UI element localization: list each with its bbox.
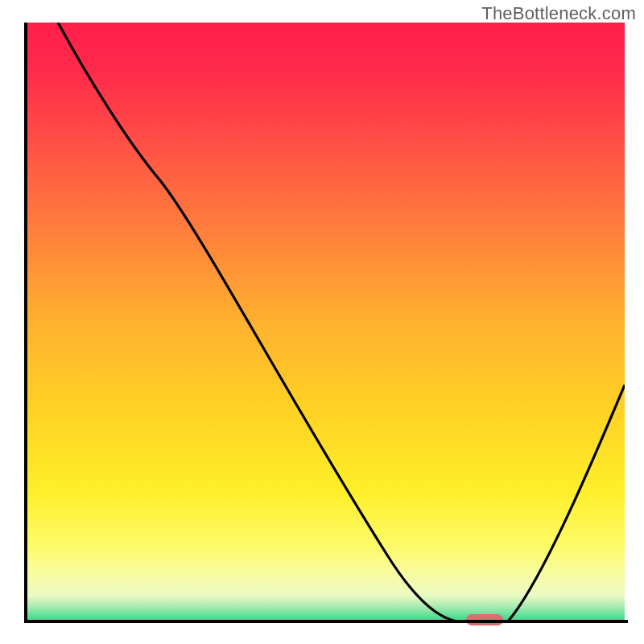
- watermark-text: TheBottleneck.com: [481, 3, 636, 24]
- bottleneck-curve: [24, 23, 625, 623]
- plot-area: [24, 23, 625, 623]
- y-axis: [24, 23, 27, 623]
- x-axis: [24, 620, 628, 623]
- chart-container: TheBottleneck.com: [0, 0, 644, 644]
